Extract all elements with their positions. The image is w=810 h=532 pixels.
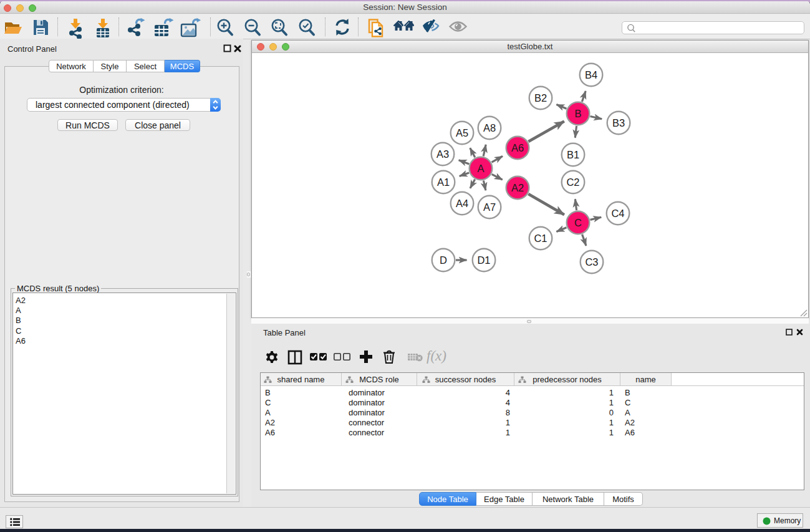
- svg-text:A3: A3: [436, 148, 449, 160]
- svg-text:C4: C4: [611, 208, 624, 219]
- svg-text:C1: C1: [534, 233, 547, 244]
- svg-text:A1: A1: [437, 177, 450, 188]
- svg-text:C3: C3: [585, 256, 598, 268]
- svg-text:A2: A2: [511, 182, 524, 193]
- svg-text:B4: B4: [585, 69, 597, 80]
- svg-text:A6: A6: [511, 142, 524, 153]
- svg-text:A8: A8: [483, 122, 496, 133]
- svg-text:D1: D1: [477, 254, 490, 266]
- svg-text:D: D: [440, 254, 447, 266]
- svg-text:B2: B2: [534, 92, 547, 104]
- svg-text:B1: B1: [567, 149, 579, 160]
- svg-text:A5: A5: [456, 127, 468, 138]
- svg-text:B: B: [574, 108, 581, 119]
- svg-text:A: A: [477, 163, 484, 174]
- svg-text:A4: A4: [456, 198, 468, 209]
- svg-text:B3: B3: [612, 117, 625, 128]
- svg-text:C: C: [574, 217, 582, 228]
- svg-text:C2: C2: [566, 177, 579, 188]
- svg-text:A7: A7: [483, 201, 496, 213]
